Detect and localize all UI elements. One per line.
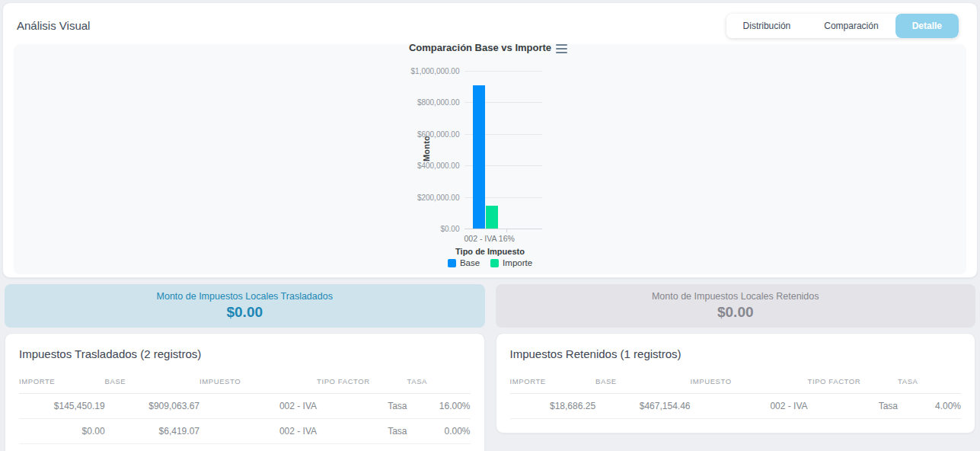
summary-card-retenidos: Monto de Impuestos Locales Retenidos $0.… — [496, 284, 976, 328]
y-tick-label: $0.00 — [440, 225, 459, 233]
summary-value: $0.00 — [717, 304, 754, 321]
table-cell: 002 - IVA — [200, 419, 317, 444]
bar-importe[interactable] — [486, 206, 498, 229]
column-header: BASE — [595, 373, 690, 394]
table-cell: 16.00% — [407, 394, 471, 419]
analysis-visual-card: Análisis Visual Distribución Comparación… — [2, 2, 978, 278]
tab-distribucion[interactable]: Distribución — [726, 14, 808, 38]
summary-value: $0.00 — [226, 304, 263, 321]
view-tab-group: Distribución Comparación Detalle — [726, 14, 959, 38]
hamburger-icon[interactable] — [556, 44, 567, 53]
legend-item-importe[interactable]: Importe — [490, 258, 532, 267]
table-title: Impuestos Retenidos (1 registros) — [510, 347, 962, 360]
table-row: $145,450.19$909,063.67002 - IVATasa16.00… — [19, 394, 471, 419]
table-cell: Tasa — [317, 394, 407, 419]
table-cell: 002 - IVA — [690, 394, 807, 419]
column-header: IMPUESTO — [200, 373, 317, 394]
table-row: $0.00$6,419.07002 - IVATasa0.00% — [19, 419, 471, 444]
tables-row: Impuestos Trasladados (2 registros) IMPO… — [5, 333, 975, 451]
table-header-row: IMPORTEBASEIMPUESTOTIPO FACTORTASA — [19, 373, 471, 394]
table-cell: 4.00% — [898, 394, 961, 419]
bar-base[interactable] — [473, 85, 485, 229]
column-header: IMPORTE — [510, 373, 596, 394]
column-header: TASA — [407, 373, 471, 394]
table-cell: 0.00% — [407, 419, 471, 444]
legend-marker-icon — [490, 259, 499, 267]
gridline — [464, 71, 542, 72]
legend-marker-icon — [448, 259, 456, 267]
summary-card-trasladados: Monto de Impuestos Locales Trasladados $… — [5, 284, 485, 328]
legend-label: Base — [460, 258, 480, 267]
impuestos-trasladados-table: IMPORTEBASEIMPUESTOTIPO FACTORTASA $145,… — [19, 373, 471, 444]
table-cell: Tasa — [808, 394, 899, 419]
y-tick-label: $400,000.00 — [417, 162, 460, 170]
impuestos-retenidos-table: IMPORTEBASEIMPUESTOTIPO FACTORTASA $18,6… — [510, 373, 962, 419]
column-header: BASE — [105, 373, 200, 394]
table-cell: $145,450.19 — [19, 394, 105, 419]
impuestos-retenidos-card: Impuestos Retenidos (1 registros) IMPORT… — [496, 333, 976, 433]
table-cell: $467,154.46 — [595, 394, 690, 419]
y-tick-label: $200,000.00 — [417, 194, 460, 202]
page-title: Análisis Visual — [17, 19, 90, 32]
summary-label: Monto de Impuestos Locales Trasladados — [157, 291, 333, 302]
table-title: Impuestos Trasladados (2 registros) — [19, 347, 471, 360]
legend-label: Importe — [503, 258, 532, 267]
chart-legend: BaseImporte — [408, 258, 573, 267]
tab-detalle[interactable]: Detalle — [895, 14, 959, 38]
x-axis-category-label: 002 - IVA 16% — [464, 234, 507, 243]
table-cell: 002 - IVA — [200, 394, 317, 419]
y-tick-label: $600,000.00 — [417, 130, 460, 139]
bar-chart: Comparación Base vs Importe Monto $0.00$… — [408, 42, 573, 272]
summary-label: Monto de Impuestos Locales Retenidos — [652, 291, 819, 302]
chart-title: Comparación Base vs Importe — [408, 42, 553, 53]
column-header: TASA — [898, 373, 961, 394]
column-header: TIPO FACTOR — [808, 373, 899, 394]
legend-item-base[interactable]: Base — [448, 258, 480, 267]
table-cell: $6,419.07 — [105, 419, 200, 444]
y-axis-labels: $0.00$200,000.00$400,000.00$600,000.00$8… — [408, 71, 460, 229]
table-cell: Tasa — [317, 419, 407, 444]
chart-panel: Comparación Base vs Importe Monto $0.00$… — [14, 44, 966, 274]
table-row: $18,686.25$467,154.46002 - IVATasa4.00% — [510, 394, 962, 419]
x-axis-title: Tipo de Impuesto — [408, 247, 573, 256]
page: Análisis Visual Distribución Comparación… — [0, 0, 980, 451]
analysis-card-header: Análisis Visual Distribución Comparación… — [3, 3, 977, 41]
table-cell: $909,063.67 — [105, 394, 200, 419]
y-tick-label: $800,000.00 — [417, 98, 460, 107]
summary-row: Monto de Impuestos Locales Trasladados $… — [5, 284, 975, 328]
y-tick-label: $1,000,000.00 — [411, 67, 460, 75]
tab-comparacion[interactable]: Comparación — [807, 14, 895, 38]
table-cell: $18,686.25 — [510, 394, 596, 419]
table-header-row: IMPORTEBASEIMPUESTOTIPO FACTORTASA — [510, 373, 962, 394]
table-cell: $0.00 — [19, 419, 105, 444]
impuestos-trasladados-card: Impuestos Trasladados (2 registros) IMPO… — [5, 333, 485, 451]
plot-area — [464, 71, 542, 229]
x-axis-line — [464, 229, 542, 229]
column-header: IMPORTE — [19, 373, 105, 394]
column-header: TIPO FACTOR — [317, 373, 407, 394]
column-header: IMPUESTO — [690, 373, 807, 394]
